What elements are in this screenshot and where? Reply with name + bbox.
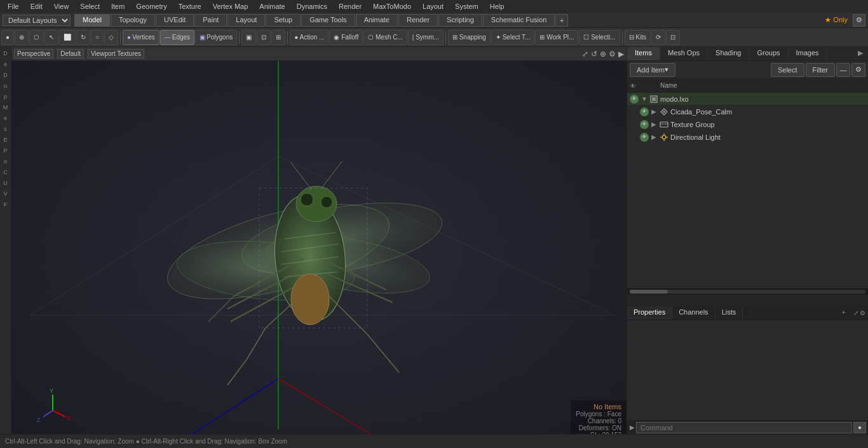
viewport-perspective-label[interactable]: Perspective (14, 49, 53, 58)
menu-layout[interactable]: Layout (417, 1, 449, 11)
vp-ctrl-2[interactable]: ↺ (591, 50, 597, 58)
tb2-grid-btn[interactable]: ⊡ (666, 30, 680, 45)
tb2-kits-btn[interactable]: ⊟ Kits (625, 30, 651, 45)
tb2-action-btn[interactable]: ● Action ... (290, 30, 329, 45)
tab-add-button[interactable]: ▶ (853, 47, 868, 60)
tb2-select-t-btn[interactable]: ✦ Select T... (491, 30, 535, 45)
rp-minus-btn[interactable]: — (836, 63, 850, 77)
item-cicada[interactable]: 👁 ▶ Cicada_Pose_Calm (627, 105, 868, 118)
tb2-circle-btn[interactable]: ○ (91, 30, 104, 45)
tab-animate[interactable]: Animate (356, 14, 398, 27)
ls-item-9[interactable]: E (1, 135, 11, 145)
eye-texture-group[interactable]: 👁 (640, 120, 649, 129)
tb2-refresh-btn[interactable]: ⟳ (651, 30, 665, 45)
layout-select[interactable]: Default Layouts (3, 15, 71, 26)
tb2-falloff-btn[interactable]: ◉ Falloff (329, 30, 363, 45)
eye-cicada[interactable]: 👁 (640, 107, 649, 116)
menu-view[interactable]: View (49, 1, 74, 11)
expand-dir-light[interactable]: ▶ (651, 133, 659, 140)
props-settings-icon[interactable]: ⚙ (860, 309, 865, 316)
tab-paint[interactable]: Paint (194, 14, 227, 27)
tb2-icon2[interactable]: ⊡ (257, 30, 271, 45)
tab-game-tools[interactable]: Game Tools (301, 14, 355, 27)
ls-item-5[interactable]: p (1, 92, 11, 102)
menu-help[interactable]: Help (485, 1, 510, 11)
tb2-snapping-btn[interactable]: ⊞ Snapping (448, 30, 491, 45)
tb2-selecti-btn[interactable]: ☐ Selecti... (579, 30, 620, 45)
menu-maxtomodo[interactable]: MaxToModo (368, 1, 416, 11)
right-panel-scrollbar[interactable] (627, 287, 868, 306)
tb2-crosshair-btn[interactable]: ⊕ (15, 30, 29, 45)
tab-properties[interactable]: Properties (627, 306, 672, 320)
menu-item[interactable]: Item (106, 1, 130, 11)
tb2-symm-btn[interactable]: | Symm... (408, 30, 444, 45)
menu-file[interactable]: File (3, 1, 24, 11)
tb2-rotate-btn[interactable]: ↻ (76, 30, 90, 45)
ls-item-12[interactable]: C (1, 167, 11, 177)
ls-item-1[interactable]: D (1, 48, 11, 58)
tab-model[interactable]: Model (74, 14, 110, 27)
tb2-work-pl-btn[interactable]: ⊞ Work Pl... (535, 30, 578, 45)
vp-ctrl-4[interactable]: ⚙ (609, 50, 616, 58)
tb2-hex-btn[interactable]: ⬡ (29, 30, 44, 45)
item-texture-group[interactable]: 👁 ▶ Texture Group (627, 118, 868, 131)
tb2-polygons-btn[interactable]: ▣ Polygons (195, 30, 237, 45)
tab-items[interactable]: Items (627, 47, 660, 60)
add-tab-button[interactable]: + (555, 14, 568, 27)
tb2-edges-btn[interactable]: — Edges (160, 30, 194, 45)
filter-button[interactable]: Filter (806, 63, 835, 77)
eye-modo-lxo[interactable]: 👁 (630, 95, 639, 104)
ls-item-14[interactable]: V (1, 189, 11, 199)
ls-item-4[interactable]: u (1, 81, 11, 91)
ls-item-2[interactable]: e (1, 59, 11, 69)
menu-system[interactable]: System (450, 1, 484, 11)
ls-item-3[interactable]: D (1, 70, 11, 80)
menu-texture[interactable]: Texture (173, 1, 207, 11)
tb2-icon1[interactable]: ▣ (241, 30, 256, 45)
menu-vertex-map[interactable]: Vertex Map (208, 1, 254, 11)
tb2-select-btn[interactable]: ↖ (44, 30, 58, 45)
menu-geometry[interactable]: Geometry (131, 1, 172, 11)
tab-layout[interactable]: Layout (227, 14, 265, 27)
tb2-dot-btn[interactable]: ● (1, 30, 14, 45)
tab-render[interactable]: Render (398, 14, 438, 27)
select-button[interactable]: Select (771, 63, 804, 77)
tb2-box-btn[interactable]: ⬜ (59, 30, 76, 45)
ls-item-7[interactable]: e (1, 113, 11, 123)
ls-item-8[interactable]: s (1, 124, 11, 134)
tb2-mesh-btn[interactable]: ⬡ Mesh C... (363, 30, 407, 45)
cmd-run-right[interactable]: ● (853, 422, 866, 433)
tab-channels[interactable]: Channels (672, 306, 715, 320)
ls-item-10[interactable]: P (1, 146, 11, 156)
tab-schematic-fusion[interactable]: Schematic Fusion (483, 14, 555, 27)
menu-dynamics[interactable]: Dynamics (292, 1, 332, 11)
tab-mesh-ops[interactable]: Mesh Ops (660, 47, 708, 60)
menu-render[interactable]: Render (334, 1, 367, 11)
vp-ctrl-3[interactable]: ⊕ (600, 50, 606, 58)
tab-setup[interactable]: Setup (266, 14, 301, 27)
tab-groups[interactable]: Groups (749, 47, 788, 60)
menu-select[interactable]: Select (75, 1, 105, 11)
ls-item-15[interactable]: F (1, 200, 11, 210)
item-dir-light[interactable]: 👁 ▶ Directional Light (627, 131, 868, 144)
eye-dir-light[interactable]: 👁 (640, 133, 649, 142)
ls-item-11[interactable]: o (1, 156, 11, 166)
tab-uvedit[interactable]: UVEdit (156, 14, 194, 27)
tb2-icon3[interactable]: ⊞ (271, 30, 285, 45)
viewport[interactable]: Perspective Default Viewport Textures ⤢ … (11, 47, 627, 434)
tab-images[interactable]: Images (789, 47, 827, 60)
vp-ctrl-1[interactable]: ⤢ (582, 50, 588, 58)
add-item-button[interactable]: Add Item (630, 63, 675, 77)
expand-texture-group[interactable]: ▶ (651, 121, 659, 128)
viewport-default-label[interactable]: Default (57, 49, 84, 58)
expand-cicada[interactable]: ▶ (651, 108, 659, 115)
vp-ctrl-5[interactable]: ▶ (618, 50, 624, 58)
menu-animate[interactable]: Animate (254, 1, 290, 11)
tb2-diamond-btn[interactable]: ◇ (104, 30, 118, 45)
expand-modo-lxo[interactable]: ▼ (641, 95, 649, 102)
viewport-canvas[interactable]: Y X Z (11, 61, 627, 434)
tab-shading[interactable]: Shading (708, 47, 749, 60)
rp-settings-btn[interactable]: ⚙ (851, 63, 865, 77)
tab-scripting[interactable]: Scripting (438, 14, 482, 27)
menu-edit[interactable]: Edit (25, 1, 48, 11)
